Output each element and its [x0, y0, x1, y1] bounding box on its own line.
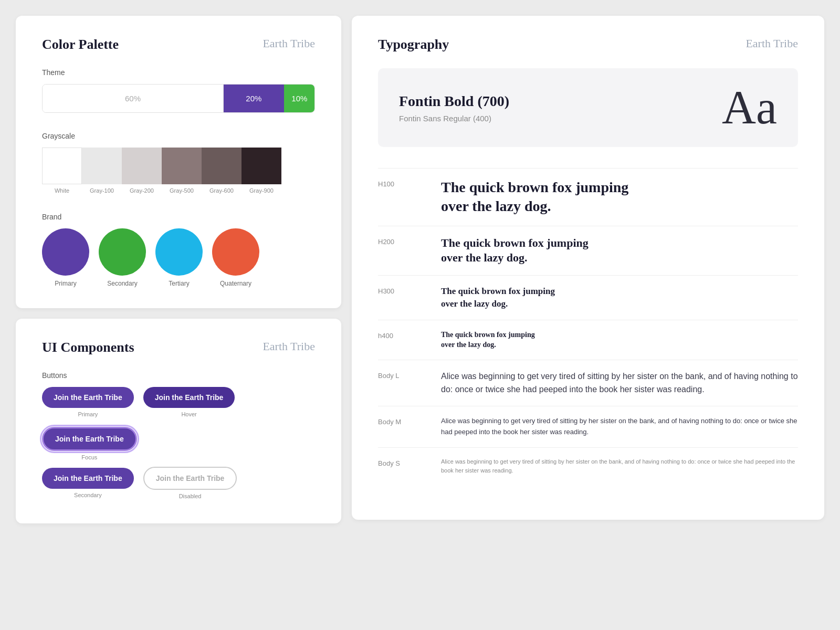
btn-group-hover: Join the Earth Tribe Hover	[143, 387, 235, 417]
theme-10: 10%	[284, 85, 314, 112]
swatch-gray600: Gray-600	[202, 148, 242, 194]
btn-primary-label: Primary	[78, 411, 98, 417]
typo-sample-body-s: Alice was beginning to get very tired of…	[441, 457, 798, 476]
font-name: Fontin Bold (700)	[399, 93, 509, 110]
brand-label: Brand	[42, 213, 315, 221]
typography-title: Typography	[378, 37, 449, 52]
btn-group-secondary: Join the Earth Tribe Secondary	[42, 468, 134, 498]
grayscale-section: Grayscale White Gray-100 Gray-200 Gray-5…	[42, 132, 315, 194]
button-disabled[interactable]: Join the Earth Tribe	[143, 467, 237, 490]
typo-sample-h400: The quick brown fox jumpingover the lazy…	[441, 330, 798, 350]
font-sample-box: Fontin Bold (700) Fontin Sans Regular (4…	[378, 68, 798, 147]
btn-group-primary: Join the Earth Tribe Primary	[42, 387, 134, 417]
color-palette-title: Color Palette	[42, 37, 119, 52]
font-info: Fontin Bold (700) Fontin Sans Regular (4…	[399, 93, 509, 123]
buttons-label: Buttons	[42, 371, 315, 380]
typo-row-body-s: Body S Alice was beginning to get very t…	[378, 447, 798, 485]
btn-group-disabled: Join the Earth Tribe Disabled	[143, 467, 237, 499]
typo-sample-h300: The quick brown fox jumpingover the lazy…	[441, 285, 798, 310]
brand-circles: Primary Secondary Tertiary Quaternary	[42, 228, 315, 287]
brand-section: Brand Primary Secondary Tertiary Quatern…	[42, 213, 315, 287]
circle-primary: Primary	[42, 228, 89, 287]
theme-20: 20%	[224, 85, 284, 112]
swatch-gray500: Gray-500	[162, 148, 202, 194]
color-palette-card: Color Palette Earth Tribe Theme 60% 20% …	[16, 16, 341, 308]
btn-focus-label: Focus	[81, 454, 97, 460]
typo-sample-body-m: Alice was beginning to get very tired of…	[441, 416, 798, 438]
ui-components-card: UI Components Earth Tribe Buttons Join t…	[16, 319, 341, 523]
typo-row-h400: h400 The quick brown fox jumpingover the…	[378, 320, 798, 360]
swatch-gray200: Gray-200	[122, 148, 162, 194]
grayscale-swatches: White Gray-100 Gray-200 Gray-500 Gray-60…	[42, 148, 315, 194]
ui-components-brand: Earth Tribe	[262, 340, 315, 353]
ui-components-header: UI Components Earth Tribe	[42, 340, 315, 355]
button-hover[interactable]: Join the Earth Tribe	[143, 387, 235, 408]
typo-row-body-l: Body L Alice was beginning to get very t…	[378, 360, 798, 406]
button-row-1: Join the Earth Tribe Primary Join the Ea…	[42, 387, 315, 460]
button-secondary[interactable]: Join the Earth Tribe	[42, 468, 134, 489]
grayscale-label: Grayscale	[42, 132, 315, 140]
theme-bar: 60% 20% 10%	[42, 84, 315, 113]
btn-disabled-label: Disabled	[179, 493, 202, 499]
color-palette-brand: Earth Tribe	[262, 37, 315, 50]
typography-header: Typography Earth Tribe	[378, 37, 798, 52]
button-primary[interactable]: Join the Earth Tribe	[42, 387, 134, 408]
button-row-2: Join the Earth Tribe Secondary Join the …	[42, 467, 315, 499]
swatch-gray900: Gray-900	[242, 148, 281, 194]
typo-sample-h100: The quick brown fox jumpingover the lazy…	[441, 178, 798, 216]
btn-secondary-label: Secondary	[74, 492, 102, 498]
typography-section: Typography Earth Tribe Fontin Bold (700)…	[352, 16, 824, 614]
typography-card: Typography Earth Tribe Fontin Bold (700)…	[352, 16, 824, 520]
theme-60: 60%	[43, 85, 224, 112]
swatch-gray100: Gray-100	[82, 148, 122, 194]
typo-row-h100: H100 The quick brown fox jumpingover the…	[378, 168, 798, 226]
typo-row-h200: H200 The quick brown fox jumpingover the…	[378, 226, 798, 275]
typo-sample-h200: The quick brown fox jumpingover the lazy…	[441, 236, 798, 266]
font-display: Aa	[722, 84, 777, 131]
btn-hover-label: Hover	[181, 411, 196, 417]
font-sub: Fontin Sans Regular (400)	[399, 114, 509, 123]
theme-label: Theme	[42, 68, 315, 77]
circle-quaternary: Quaternary	[212, 228, 259, 287]
typo-row-h300: H300 The quick brown fox jumpingover the…	[378, 275, 798, 320]
color-palette-header: Color Palette Earth Tribe	[42, 37, 315, 52]
typography-brand: Earth Tribe	[746, 37, 798, 50]
typography-rows: H100 The quick brown fox jumpingover the…	[378, 168, 798, 485]
circle-secondary: Secondary	[99, 228, 146, 287]
circle-tertiary: Tertiary	[155, 228, 203, 287]
typo-sample-body-l: Alice was beginning to get very tired of…	[441, 370, 798, 396]
typo-row-body-m: Body M Alice was beginning to get very t…	[378, 406, 798, 447]
ui-components-title: UI Components	[42, 340, 134, 355]
btn-group-focus: Join the Earth Tribe Focus	[42, 427, 137, 460]
swatch-white: White	[42, 148, 82, 194]
button-focus[interactable]: Join the Earth Tribe	[42, 427, 137, 451]
